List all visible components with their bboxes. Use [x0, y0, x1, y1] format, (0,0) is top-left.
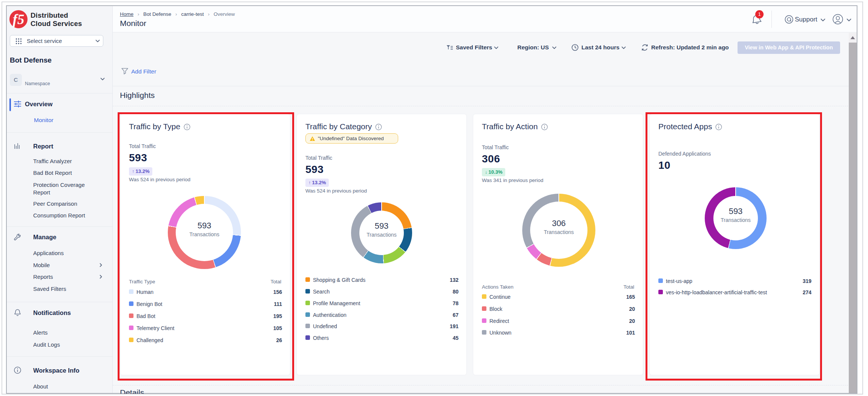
svg-text:f5: f5: [13, 12, 25, 27]
